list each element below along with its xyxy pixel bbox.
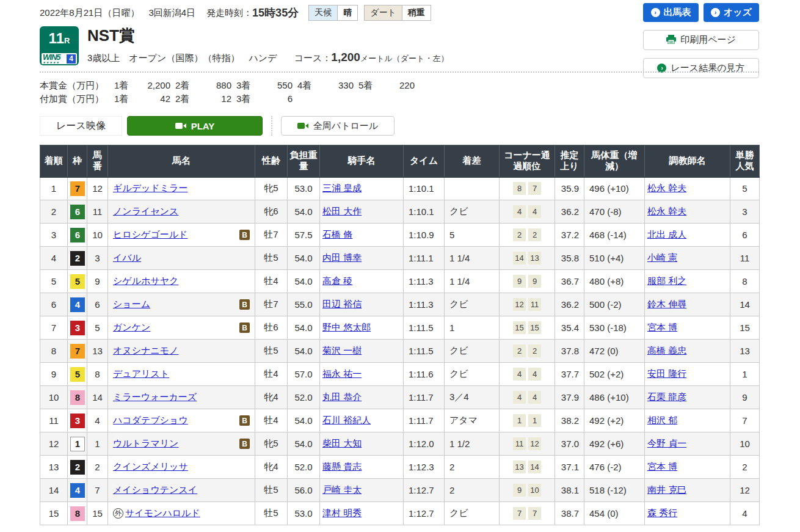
margin-cell: 2 — [445, 479, 500, 502]
trainer-name-link[interactable]: 石栗 龍彦 — [647, 392, 686, 402]
trainer-cell: 鈴木 伸尋 — [645, 293, 730, 316]
col-header-jockey: 騎手名 — [320, 145, 404, 177]
race-number-suffix: R — [64, 36, 70, 45]
sex-age-cell: 牝5 — [255, 177, 288, 200]
jockey-name-link[interactable]: 津村 明秀 — [322, 508, 362, 518]
trainer-name-link[interactable]: 高橋 義忠 — [647, 345, 686, 355]
horse-name-link[interactable]: ヒロシゲゴールド — [113, 229, 187, 241]
horse-name-cell: ウルトラマリンB — [108, 432, 255, 456]
sex-age-cell: 牡5 — [255, 502, 288, 525]
jockey-name-link[interactable]: 戸崎 圭太 — [322, 484, 362, 495]
patrol-video-button[interactable]: 全周パトロール — [281, 116, 395, 136]
col-header-margin: 着差 — [445, 145, 500, 177]
trainer-cell: 松永 幹夫 — [645, 177, 730, 200]
horse-name-cell: 外サイモンハロルド — [108, 502, 255, 525]
jockey-name-link[interactable]: 柴田 大知 — [322, 438, 362, 448]
trainer-name-link[interactable]: 宮本 博 — [647, 461, 677, 472]
impost-cell: 54.0 — [288, 270, 320, 293]
impost-cell: 53.0 — [288, 177, 320, 200]
rank-cell: 3 — [40, 224, 68, 247]
horse-name-link[interactable]: デュアリスト — [113, 368, 169, 380]
jockey-name-link[interactable]: 石川 裕紀人 — [322, 415, 371, 425]
trainer-name-link[interactable]: 相沢 郁 — [647, 415, 677, 425]
body-weight-cell: 492 (+2) — [584, 409, 645, 432]
trainer-name-link[interactable]: 森 秀行 — [647, 508, 677, 518]
trainer-name-link[interactable]: 松永 幹夫 — [647, 183, 686, 193]
video-camera-icon — [297, 121, 308, 131]
corner-positions-cell: 1112 — [500, 432, 555, 456]
impost-cell: 56.0 — [288, 479, 320, 502]
time-cell: 1:11.1 — [404, 247, 445, 270]
horse-name-link[interactable]: ウルトラマリン — [113, 438, 178, 450]
last3f-cell: 38.2 — [555, 409, 584, 432]
prize-amount: 550 — [260, 79, 297, 92]
jockey-name-link[interactable]: 菊沢 一樹 — [322, 345, 362, 355]
time-cell: 1:10.1 — [404, 177, 445, 200]
jockey-cell: 福永 祐一 — [320, 363, 404, 386]
horse-name-link[interactable]: メイショウテンスイ — [113, 484, 197, 496]
favorite-rank-cell: 8 — [730, 270, 760, 293]
last3f-cell: 37.1 — [555, 456, 584, 479]
jockey-name-link[interactable]: 田辺 裕信 — [322, 299, 362, 309]
trainer-cell: 相沢 郁 — [645, 409, 730, 432]
jockey-name-link[interactable]: 高倉 稜 — [322, 275, 352, 286]
rank-cell: 12 — [40, 432, 68, 456]
last3f-cell: 38.7 — [555, 502, 584, 525]
trainer-name-link[interactable]: 小崎 憲 — [647, 252, 677, 263]
trainer-name-link[interactable]: 北出 成人 — [647, 229, 686, 239]
horse-name-link[interactable]: ギルデッドミラー — [113, 183, 187, 194]
horse-name-link[interactable]: ショーム — [113, 299, 150, 310]
trainer-name-link[interactable]: 松永 幹夫 — [647, 206, 686, 216]
trainer-name-link[interactable]: 安田 隆行 — [647, 368, 686, 379]
jockey-name-link[interactable]: 松田 大作 — [322, 206, 362, 216]
jockey-name-link[interactable]: 丸田 恭介 — [322, 392, 362, 402]
horse-number-cell: 12 — [87, 177, 108, 200]
play-button[interactable]: PLAY — [127, 116, 263, 136]
horse-name-link[interactable]: ノンライセンス — [113, 206, 178, 217]
frame-number-badge: 2 — [70, 460, 85, 475]
trainer-cell: 松永 幹夫 — [645, 200, 730, 224]
results-table-body: 1712ギルデッドミラー牝553.0三浦 皇成1:10.18735.9496 (… — [40, 177, 760, 525]
jockey-name-link[interactable]: 藤懸 貴志 — [322, 461, 362, 472]
trainer-name-link[interactable]: 服部 利之 — [647, 275, 686, 286]
jockey-name-link[interactable]: 福永 祐一 — [322, 368, 362, 379]
trainer-name-link[interactable]: 鈴木 伸尋 — [647, 299, 686, 309]
jockey-name-link[interactable]: 野中 悠太郎 — [322, 322, 371, 332]
course-label: コース： — [294, 53, 332, 63]
frame-cell: 8 — [68, 502, 87, 525]
trainer-cell: 服部 利之 — [645, 270, 730, 293]
horse-name-link[interactable]: シゲルホサヤク — [113, 275, 178, 287]
trainer-name-link[interactable]: 今野 貞一 — [647, 438, 686, 448]
start-time-value: 15時35分 — [252, 5, 299, 20]
corner-position-box: 15 — [513, 321, 526, 334]
horse-number-cell: 3 — [87, 247, 108, 270]
horse-name-link[interactable]: クインズメリッサ — [113, 461, 188, 473]
horse-name-link[interactable]: オヌシナニモノ — [113, 345, 178, 357]
margin-cell: クビ — [445, 340, 500, 363]
horse-name-link[interactable]: ガンケン — [113, 322, 150, 333]
favorite-rank-cell: 4 — [730, 502, 760, 525]
last3f-cell: 37.8 — [555, 340, 584, 363]
video-camera-icon — [175, 121, 186, 131]
corner-position-box: 4 — [513, 391, 526, 404]
jockey-name-link[interactable]: 内田 博幸 — [322, 252, 362, 263]
race-header: 11R WIN5★★★★★ 4 NST賞 3歳以上 オープン（国際）（特指） ハ… — [40, 26, 759, 73]
impost-cell: 54.0 — [288, 340, 320, 363]
page-title: NST賞 — [87, 26, 448, 45]
jockey-name-link[interactable]: 石橋 脩 — [322, 229, 352, 239]
body-weight-cell: 502 (+2) — [584, 363, 645, 386]
horse-name-link[interactable]: ハコダテブショウ — [113, 415, 188, 426]
trainer-name-link[interactable]: 南井 克巳 — [647, 484, 686, 495]
frame-number-badge: 5 — [70, 274, 85, 289]
corner-position-box: 7 — [528, 182, 541, 195]
jockey-name-link[interactable]: 三浦 皇成 — [322, 183, 362, 193]
horse-name-link[interactable]: サイモンハロルド — [125, 508, 200, 519]
horse-name-link[interactable]: イバル — [113, 252, 141, 264]
corner-position-box: 2 — [513, 228, 526, 241]
horse-name-link[interactable]: ミラーウォーカーズ — [113, 392, 197, 403]
sex-age-cell: 牡4 — [255, 409, 288, 432]
horse-name-cell: デュアリスト — [108, 363, 255, 386]
rank-cell: 7 — [40, 316, 68, 340]
favorite-rank-cell: 9 — [730, 386, 760, 409]
trainer-name-link[interactable]: 宮本 博 — [647, 322, 677, 332]
